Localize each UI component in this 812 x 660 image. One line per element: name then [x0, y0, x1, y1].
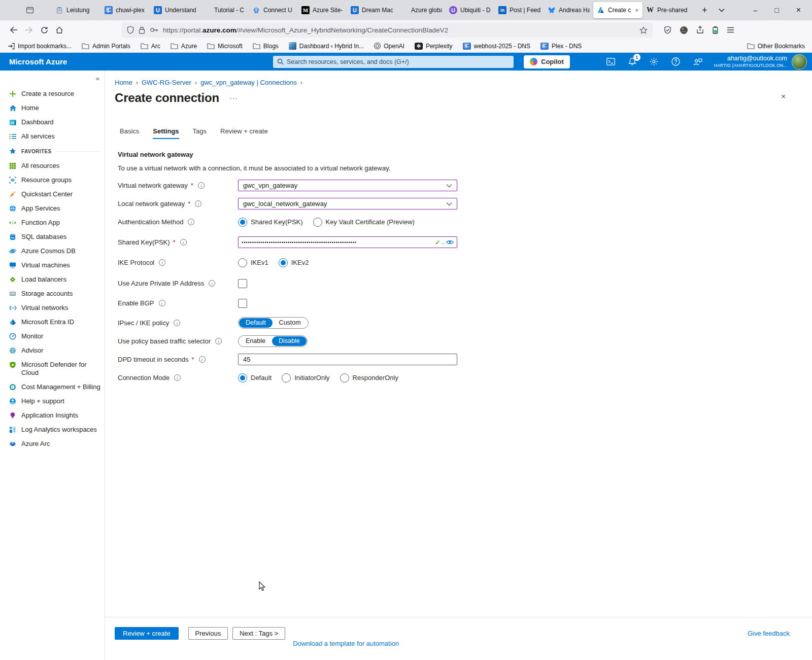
help-icon[interactable]	[671, 57, 680, 66]
give-feedback-link[interactable]: Give feedback	[748, 627, 790, 640]
info-icon[interactable]: i	[159, 259, 165, 266]
list-all-tabs-icon[interactable]	[719, 8, 725, 12]
bookmark-dashboard[interactable]: Dashboard ‹ Hybrid In...	[289, 42, 364, 50]
radio-default[interactable]: Default	[238, 373, 272, 383]
info-icon[interactable]: i	[159, 300, 165, 306]
tab-close-icon[interactable]: ×	[635, 7, 639, 13]
sidebar-item-help-support[interactable]: Help + support	[0, 394, 105, 408]
info-icon[interactable]: i	[215, 338, 222, 344]
browser-tab[interactable]: U Understand	[150, 2, 199, 18]
url-bar[interactable]: https://portal.azure.com/#view/Microsoft…	[122, 22, 653, 38]
breadcrumb-gateway-connections[interactable]: gwc_vpn_gateway | Connections	[200, 79, 297, 86]
bookmark-folder[interactable]: Microsoft	[207, 42, 243, 50]
tab-settings[interactable]: Settings	[153, 127, 179, 139]
sidebar-item-all-services[interactable]: All services	[0, 129, 105, 144]
browser-tab[interactable]: M Azure Site-	[298, 2, 347, 18]
tab-tags[interactable]: Tags	[193, 127, 207, 139]
radio-ikev2[interactable]: IKEv2	[279, 258, 309, 267]
account-info[interactable]: ahartig@outlook.com HARTIG (AHARTIGOUTLO…	[714, 55, 787, 68]
tab-review-create[interactable]: Review + create	[220, 127, 268, 139]
feedback-icon[interactable]	[693, 58, 702, 66]
bookmark-import[interactable]: Import bookmarks...	[7, 42, 72, 50]
radio-shared-key[interactable]: Shared Key(PSK)	[238, 218, 303, 227]
sidebar-collapse-icon[interactable]: «	[96, 75, 99, 82]
sidebar-item-sql-databases[interactable]: SQLSQL databases	[0, 230, 105, 244]
sidebar-item-storage-accounts[interactable]: Storage accounts	[0, 287, 105, 301]
radio-unselected[interactable]	[340, 373, 349, 383]
info-icon[interactable]: i	[209, 280, 215, 287]
protections-shield-icon[interactable]	[664, 26, 671, 34]
browser-tab[interactable]: U Ubiquiti - D	[446, 2, 495, 18]
other-bookmarks[interactable]: Other Bookmarks	[747, 42, 805, 50]
sidebar-item-all-resources[interactable]: All resources	[0, 159, 105, 173]
sidebar-item-application-insights[interactable]: Application Insights	[0, 408, 105, 423]
browser-tab[interactable]: W Pre-shared	[642, 2, 692, 18]
share-icon[interactable]	[696, 26, 704, 34]
bookmark-perplexity[interactable]: ✲Perplexity	[415, 43, 453, 50]
review-create-button[interactable]: Review + create	[115, 627, 179, 640]
minimize-button[interactable]: –	[753, 6, 757, 14]
info-icon[interactable]: i	[174, 374, 181, 381]
radio-unselected[interactable]	[282, 373, 291, 383]
browser-tab[interactable]: Connect U	[249, 2, 298, 18]
copilot-button[interactable]: Copilot	[524, 55, 570, 68]
sidebar-item-virtual-networks[interactable]: Virtual networks	[0, 301, 105, 315]
extension-icon[interactable]	[712, 26, 719, 34]
browser-tab[interactable]: in Post | Feed	[495, 2, 544, 18]
sidebar-item-home[interactable]: Home	[0, 101, 105, 115]
sidebar-item-resource-groups[interactable]: Resource groups	[0, 173, 105, 187]
firefox-view-icon[interactable]	[22, 3, 38, 17]
info-icon[interactable]: i	[198, 182, 205, 189]
sidebar-item-microsoft-defender-for-cloud[interactable]: Microsoft Defender for Cloud	[0, 358, 105, 380]
sidebar-item-azure-cosmos-db[interactable]: Azure Cosmos DB	[0, 244, 105, 258]
account-avatar-icon[interactable]	[680, 26, 688, 34]
key-icon[interactable]	[150, 27, 158, 33]
radio-selected[interactable]	[238, 218, 247, 227]
pill-default[interactable]: Default	[239, 318, 273, 328]
info-icon[interactable]: i	[180, 239, 187, 246]
maximize-button[interactable]: □	[774, 6, 779, 14]
sidebar-item-log-analytics-workspaces[interactable]: Log Analytics workspaces	[0, 423, 105, 437]
forward-icon[interactable]	[21, 23, 37, 37]
pill-enable[interactable]: Enable	[239, 336, 272, 346]
new-tab-button[interactable]: +	[699, 5, 710, 16]
pill-disable[interactable]: Disable	[272, 336, 307, 346]
close-window-button[interactable]: ×	[796, 6, 801, 15]
info-icon[interactable]: i	[199, 356, 206, 363]
radio-unselected[interactable]	[238, 258, 247, 267]
sidebar-item-advisor[interactable]: Advisor	[0, 343, 105, 358]
info-icon[interactable]: i	[195, 200, 201, 207]
user-avatar[interactable]	[792, 54, 807, 70]
radio-responder-only[interactable]: ResponderOnly	[340, 373, 398, 383]
bookmark-folder[interactable]: Blogs	[253, 42, 279, 50]
sidebar-item-azure-arc[interactable]: Azure Arc	[0, 437, 105, 451]
previous-button[interactable]: Previous	[188, 627, 228, 640]
bookmark-folder[interactable]: Azure	[171, 42, 197, 50]
cloud-shell-icon[interactable]	[606, 58, 615, 65]
bookmark-folder[interactable]: Arc	[141, 42, 160, 50]
sidebar-item-load-balancers[interactable]: Load balancers	[0, 272, 105, 287]
next-tags-button[interactable]: Next : Tags >	[232, 627, 285, 640]
back-icon[interactable]	[6, 23, 21, 37]
lock-icon[interactable]	[139, 26, 145, 34]
browser-tab[interactable]: Azure globa	[396, 2, 446, 18]
download-template-link[interactable]: Download a template for automation	[293, 637, 399, 650]
info-icon[interactable]: i	[188, 219, 194, 225]
bookmark-plex-dns[interactable]: Plex - DNS	[540, 43, 582, 50]
info-icon[interactable]: i	[174, 320, 180, 326]
reload-icon[interactable]	[37, 23, 52, 37]
breadcrumb-resource-group[interactable]: GWC-RG-Server	[142, 79, 191, 86]
radio-initiator-only[interactable]: InitiatorOnly	[282, 373, 329, 383]
azure-brand[interactable]: Microsoft Azure	[9, 57, 273, 66]
browser-tab-active[interactable]: Create c ×	[593, 2, 642, 18]
browser-tab[interactable]: chuwi-plex	[101, 2, 150, 18]
show-password-eye-icon[interactable]	[446, 239, 454, 245]
menu-icon[interactable]	[727, 27, 734, 33]
browser-tab[interactable]: Andreas Ha	[544, 2, 593, 18]
browser-tab[interactable]: U Dream Mac	[347, 2, 396, 18]
shared-key-input[interactable]: ••••••••••••••••••••••••••••••••••••••••…	[238, 236, 457, 248]
bookmark-openai[interactable]: OpenAI	[374, 43, 404, 50]
browser-tab[interactable]: Leistung	[52, 2, 101, 18]
settings-gear-icon[interactable]	[650, 57, 658, 66]
sidebar-item-cost-management[interactable]: Cost Management + Billing	[0, 380, 105, 394]
